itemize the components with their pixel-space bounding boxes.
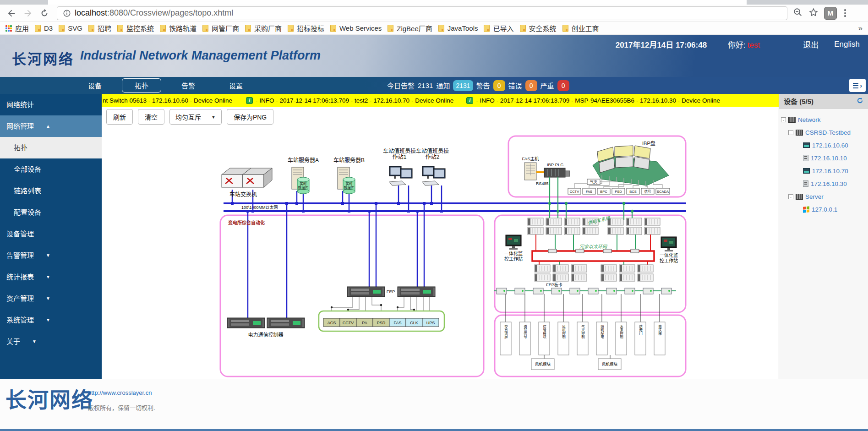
sidebar-item-system-mgmt[interactable]: 系统管理▼ <box>0 309 102 331</box>
bookmark-label: 应用 <box>15 23 29 33</box>
topology-toolbar: 刷新 清空 均匀互斥▼ 保存为PNG <box>106 109 273 125</box>
layout-select[interactable]: 均匀互斥▼ <box>169 109 222 125</box>
bookmark-item[interactable]: 网管厂商 <box>202 23 239 33</box>
tab-topology[interactable]: 拓扑 <box>122 78 161 93</box>
page-info-icon[interactable] <box>62 8 72 18</box>
footer-divider <box>0 429 868 431</box>
integrated-workstation-left[interactable]: 一体化监 控工作站 <box>504 235 523 262</box>
bookmarks-overflow-chevron[interactable]: » <box>858 24 863 33</box>
bookmark-star-icon[interactable] <box>808 7 819 19</box>
extension-icon[interactable]: M <box>824 7 837 20</box>
bookmark-item[interactable]: 招聘 <box>88 23 111 33</box>
forward-icon[interactable] <box>21 6 35 20</box>
language-link[interactable]: English <box>834 40 860 49</box>
menu-expand-button[interactable]: › <box>849 79 866 92</box>
svg-text:电扶梯: 电扶梯 <box>658 324 662 336</box>
svg-text:100\1000MM以太网: 100\1000MM以太网 <box>241 205 278 210</box>
converter-icon <box>803 180 808 187</box>
bookmark-item[interactable]: 已导入 <box>484 23 513 33</box>
folder-icon <box>520 25 526 32</box>
sidebar-item-assets[interactable]: 资产管理▼ <box>0 288 102 309</box>
tree-node-device[interactable]: 172.16.10.70 <box>779 164 868 177</box>
svg-text:实时: 实时 <box>300 181 307 186</box>
warning-badge: 0 <box>493 80 505 91</box>
sidebar-item-config-devices[interactable]: 配置设备 <box>0 202 102 223</box>
ticker-message: i- INFO - 2017-12-14 17:06:13.709 - MSP-… <box>466 97 720 104</box>
bookmark-item[interactable]: JavaTools <box>438 24 478 32</box>
device-tree: -Network -CSRSD-Testbed 172.16.10.60 172… <box>779 109 868 216</box>
fas-host[interactable]: FAS主机 <box>522 156 539 180</box>
bookmark-item[interactable]: 铁路轨道 <box>160 23 197 33</box>
refresh-button[interactable]: 刷新 <box>106 109 133 125</box>
collapse-icon[interactable]: - <box>788 194 793 199</box>
sidebar-item-device-mgmt[interactable]: 设备管理 <box>0 223 102 245</box>
ibp-panel[interactable]: IBP盘 <box>593 140 669 185</box>
power-comm-controller[interactable]: 电力通信控制器 <box>227 318 305 338</box>
folder-icon <box>330 25 336 32</box>
bookmark-item[interactable]: Web Services <box>330 24 382 32</box>
folder-icon <box>562 25 568 32</box>
ibp-plc[interactable]: IBP PLC <box>544 162 570 177</box>
bookmark-item[interactable]: 监控系统 <box>117 23 154 33</box>
tree-node-device[interactable]: 172.16.10.30 <box>779 177 868 190</box>
clear-button[interactable]: 清空 <box>138 109 164 125</box>
integrated-workstation-right[interactable]: 一体化监 控工作站 <box>660 237 678 263</box>
bookmark-item[interactable]: 应用 <box>5 23 29 33</box>
bookmark-item[interactable]: 安全系统 <box>520 23 557 33</box>
svg-text:信号模块: 信号模块 <box>542 324 546 339</box>
sidebar-item-alarm-mgmt[interactable]: 告警管理▼ <box>0 245 102 266</box>
bookmark-item[interactable]: D3 <box>35 24 53 32</box>
station-server-a[interactable]: 车站服务器A 实时 数据库 <box>288 157 319 194</box>
sidebar-item-topology[interactable]: 拓扑 <box>0 137 102 158</box>
sidebar-item-link-list[interactable]: 链路列表 <box>0 180 102 202</box>
bookmark-item[interactable]: 采购厂商 <box>245 23 282 33</box>
critical-badge: 0 <box>557 80 569 91</box>
tree-node-server[interactable]: -Server <box>779 190 868 203</box>
svg-text:冗余以太环网: 冗余以太环网 <box>579 244 608 249</box>
tab-alarms[interactable]: 告警 <box>164 81 212 90</box>
back-icon[interactable] <box>5 6 18 20</box>
plc-rack-group-bottom <box>535 265 653 281</box>
station-switch[interactable]: 车站交换机 <box>222 168 272 198</box>
greeting: 你好:test <box>728 38 760 50</box>
operator-workstation-1[interactable]: 车站值班员操 作站1 <box>383 147 416 185</box>
bookmark-item[interactable]: 创业工商 <box>562 23 599 33</box>
station-server-b[interactable]: 车站服务器B 实时 数据库 <box>333 157 365 194</box>
tree-node-csrsd-testbed[interactable]: -CSRSD-Testbed <box>779 126 868 139</box>
refresh-icon[interactable] <box>38 6 51 20</box>
tree-node-network[interactable]: -Network <box>779 113 868 126</box>
svg-text:一体化监: 一体化监 <box>504 251 523 256</box>
fep-switches[interactable]: FEP <box>347 287 435 297</box>
logo: 长河网络 <box>12 48 74 68</box>
tab-settings[interactable]: 设置 <box>212 81 260 90</box>
sidebar-item-network-mgmt[interactable]: 网络管理▲ <box>0 115 102 137</box>
tree-node-localhost[interactable]: 127.0.0.1 <box>779 203 868 216</box>
bookmark-item[interactable]: ZigBee厂商 <box>388 23 432 33</box>
alarm-ticker: nt Switch 05613 - 172.16.10.60 - Device … <box>102 94 779 107</box>
footer-link[interactable]: http://www.crosslayer.cn <box>88 389 152 396</box>
logout-link[interactable]: 退出 <box>803 38 819 50</box>
panel-refresh-icon[interactable] <box>857 97 863 105</box>
active-tab[interactable] <box>48 0 747 5</box>
zoom-out-icon[interactable] <box>793 7 803 19</box>
tree-node-device[interactable]: 172.16.10.10 <box>779 152 868 164</box>
datetime: 2017年12月14日 17:06:48 <box>616 38 707 50</box>
sidebar-item-reports[interactable]: 统计报表▼ <box>0 266 102 288</box>
browser-menu-icon[interactable] <box>842 7 848 19</box>
address-bar[interactable]: localhost:8080/Crossview/pages/topo.xhtm… <box>57 6 787 20</box>
tab-devices[interactable]: 设备 <box>71 81 119 90</box>
folder-icon <box>288 25 294 32</box>
collapse-icon[interactable]: - <box>781 117 786 122</box>
sidebar-item-network-stats[interactable]: 网络统计 <box>0 94 102 115</box>
sidebar-item-all-devices[interactable]: 全部设备 <box>0 158 102 180</box>
notice-label: 通知 <box>436 81 450 90</box>
collapse-icon[interactable]: - <box>788 130 793 135</box>
tree-node-device[interactable]: 172.16.10.60 <box>779 139 868 152</box>
bookmark-item[interactable]: SVG <box>59 24 82 32</box>
svg-text:防淹门: 防淹门 <box>639 324 643 336</box>
sidebar-item-about[interactable]: 关于▼ <box>0 331 102 352</box>
svg-text:FEP: FEP <box>387 289 395 294</box>
save-png-button[interactable]: 保存为PNG <box>227 109 273 125</box>
operator-workstation-2[interactable]: 车站值班员操 作站2 <box>416 147 449 185</box>
bookmark-item[interactable]: 招标投标 <box>288 23 324 33</box>
